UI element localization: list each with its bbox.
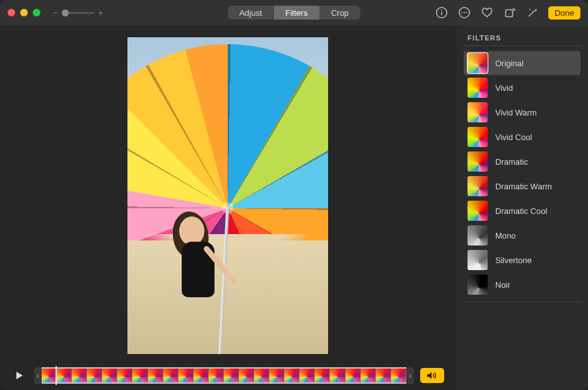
trim-handle-right[interactable]: › xyxy=(406,367,414,384)
filter-label: Mono xyxy=(495,231,516,240)
filter-thumbnail xyxy=(467,53,488,73)
auto-enhance-icon[interactable] xyxy=(526,6,539,20)
filter-thumbnail xyxy=(467,151,488,172)
filter-thumbnail xyxy=(467,78,488,98)
editor-body: ‹ › FILTERS OriginalVividVivid WarmViv xyxy=(0,25,588,390)
filter-thumbnail xyxy=(467,275,488,295)
filter-item-vivid-warm[interactable]: Vivid Warm xyxy=(464,100,580,124)
svg-point-5 xyxy=(464,12,465,13)
zoom-in-icon: + xyxy=(98,9,103,17)
svg-point-4 xyxy=(461,12,462,13)
toolbar-right: Done xyxy=(435,6,580,20)
tab-crop[interactable]: Crop xyxy=(320,6,360,20)
filmstrip-thumb[interactable] xyxy=(209,369,224,382)
info-icon[interactable] xyxy=(435,6,449,20)
svg-point-2 xyxy=(441,9,442,11)
divider xyxy=(464,45,580,46)
filter-item-vivid-cool[interactable]: Vivid Cool xyxy=(464,125,580,149)
filter-label: Vivid xyxy=(495,83,513,93)
done-button[interactable]: Done xyxy=(548,6,580,20)
filmstrip-thumb[interactable] xyxy=(224,369,239,382)
filmstrip-thumb[interactable] xyxy=(269,369,285,382)
filmstrip-thumb[interactable] xyxy=(346,369,361,382)
photo-viewport xyxy=(0,25,456,362)
filter-label: Dramatic Warm xyxy=(495,182,552,191)
zoom-out-icon: − xyxy=(53,9,58,17)
filter-item-vivid[interactable]: Vivid xyxy=(464,76,580,100)
favorite-icon[interactable] xyxy=(480,6,494,20)
filter-item-silvertone[interactable]: Silvertone xyxy=(464,248,580,272)
filter-thumbnail xyxy=(467,225,488,245)
edit-mode-tabs: Adjust Filters Crop xyxy=(228,6,360,20)
filter-label: Original xyxy=(495,59,524,68)
play-button[interactable] xyxy=(11,369,28,382)
zoom-slider[interactable]: − + xyxy=(53,9,103,17)
filmstrip-thumb[interactable] xyxy=(376,369,391,382)
filmstrip-thumb[interactable] xyxy=(57,369,72,382)
filmstrip-thumb[interactable] xyxy=(148,369,163,382)
filter-label: Noir xyxy=(495,280,510,290)
fullscreen-button[interactable] xyxy=(33,9,40,16)
close-button[interactable] xyxy=(8,9,15,16)
filmstrip-thumb[interactable] xyxy=(391,369,406,382)
zoom-knob[interactable] xyxy=(62,9,69,16)
filter-label: Vivid Cool xyxy=(495,133,532,142)
filmstrip-thumb[interactable] xyxy=(117,369,132,382)
filter-item-mono[interactable]: Mono xyxy=(464,223,580,247)
filmstrip[interactable] xyxy=(42,367,406,384)
filmstrip-thumb[interactable] xyxy=(254,369,269,382)
minimize-button[interactable] xyxy=(20,9,28,16)
filmstrip-thumb[interactable] xyxy=(239,369,254,382)
filmstrip-thumb[interactable] xyxy=(72,369,87,382)
filter-item-dramatic-cool[interactable]: Dramatic Cool xyxy=(464,199,580,223)
photos-edit-window: − + Adjust Filters Crop xyxy=(0,0,588,390)
filter-thumbnail xyxy=(467,201,488,221)
filter-thumbnail xyxy=(467,127,488,147)
filmstrip-thumb[interactable] xyxy=(194,369,209,382)
filter-item-noir[interactable]: Noir xyxy=(464,273,580,297)
sidebar-title: FILTERS xyxy=(467,34,580,42)
filmstrip-thumb[interactable] xyxy=(300,369,315,382)
filters-sidebar: FILTERS OriginalVividVivid WarmVivid Coo… xyxy=(456,25,588,390)
traffic-lights xyxy=(8,9,40,16)
filter-label: Silvertone xyxy=(495,256,532,265)
filmstrip-thumb[interactable] xyxy=(361,369,376,382)
filter-label: Vivid Warm xyxy=(495,108,537,117)
filmstrip-thumb[interactable] xyxy=(330,369,345,382)
titlebar: − + Adjust Filters Crop xyxy=(0,0,588,25)
svg-point-6 xyxy=(466,12,467,13)
filmstrip-thumb[interactable] xyxy=(179,369,194,382)
tab-filters[interactable]: Filters xyxy=(274,6,319,20)
filmstrip-thumb[interactable] xyxy=(87,369,102,382)
divider xyxy=(464,302,580,302)
filter-item-dramatic-warm[interactable]: Dramatic Warm xyxy=(464,174,580,198)
audio-toggle[interactable] xyxy=(420,368,444,383)
timeline-row: ‹ › xyxy=(0,362,456,390)
canvas-area: ‹ › xyxy=(0,25,456,390)
filter-label: Dramatic xyxy=(495,157,528,167)
rotate-icon[interactable] xyxy=(503,6,517,20)
filmstrip-thumb[interactable] xyxy=(163,369,179,382)
filter-list: OriginalVividVivid WarmVivid CoolDramati… xyxy=(464,51,580,297)
video-timeline[interactable]: ‹ › xyxy=(34,367,414,384)
filmstrip-thumb[interactable] xyxy=(315,369,330,382)
tab-adjust[interactable]: Adjust xyxy=(228,6,274,20)
filter-item-dramatic[interactable]: Dramatic xyxy=(464,150,580,174)
zoom-track[interactable] xyxy=(62,12,95,14)
filter-item-original[interactable]: Original xyxy=(464,51,580,75)
more-icon[interactable] xyxy=(457,6,471,20)
filmstrip-thumb[interactable] xyxy=(42,369,57,382)
playhead[interactable] xyxy=(56,366,57,385)
filmstrip-thumb[interactable] xyxy=(132,369,148,382)
filter-thumbnail xyxy=(467,176,488,196)
filter-label: Dramatic Cool xyxy=(495,206,547,216)
photo-preview[interactable] xyxy=(127,37,328,354)
filter-thumbnail xyxy=(467,102,488,122)
filmstrip-thumb[interactable] xyxy=(285,369,300,382)
filter-thumbnail xyxy=(467,250,488,270)
trim-handle-left[interactable]: ‹ xyxy=(34,367,42,384)
filmstrip-thumb[interactable] xyxy=(102,369,117,382)
svg-rect-7 xyxy=(505,10,512,17)
